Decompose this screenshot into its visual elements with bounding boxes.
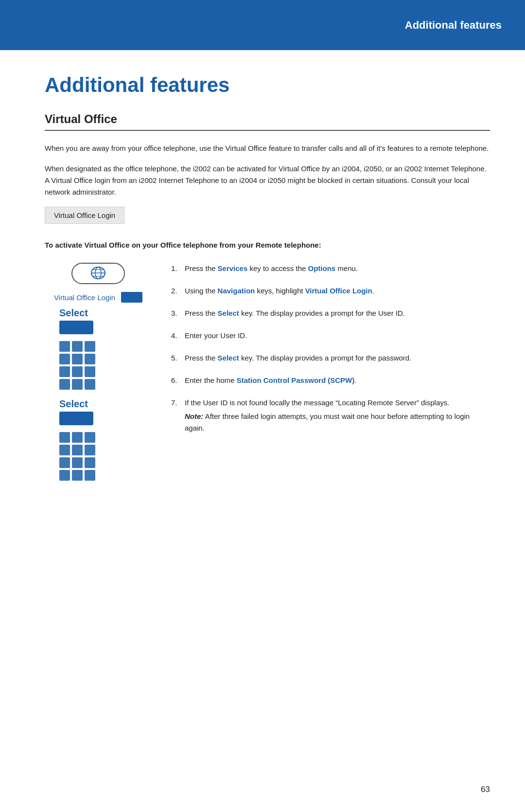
header-bar: Additional features — [0, 0, 525, 50]
header-title: Additional features — [405, 19, 502, 32]
globe-button — [71, 263, 125, 284]
step-text-2: Using the Navigation keys, highlight Vir… — [185, 285, 490, 297]
step-text-7: If the User ID is not found locally the … — [185, 397, 490, 434]
step-item-5: 5.Press the Select key. The display prov… — [171, 352, 490, 364]
instruction-heading: To activate Virtual Office on your Offic… — [45, 239, 490, 251]
phone-diagram: Virtual Office Login Select — [45, 263, 152, 489]
steps-layout: Virtual Office Login Select — [45, 263, 490, 489]
step-item-1: 1.Press the Services key to access the O… — [171, 263, 490, 274]
step-item-6: 6.Enter the home Station Control Passwor… — [171, 375, 490, 386]
step-item-7: 7.If the User ID is not found locally th… — [171, 397, 490, 434]
step-text-4: Enter your User ID. — [185, 330, 490, 342]
select-button-2 — [59, 412, 93, 425]
steps-list: 1.Press the Services key to access the O… — [171, 263, 490, 445]
vo-login-blue-rect — [121, 292, 142, 303]
keypad-1 — [59, 341, 95, 390]
step-number-5: 5. — [171, 352, 185, 364]
page-title: Additional features — [45, 73, 490, 97]
step-number-1: 1. — [171, 263, 185, 274]
globe-icon — [89, 266, 107, 281]
step-text-6: Enter the home Station Control Password … — [185, 375, 490, 386]
keypad-2 — [59, 432, 95, 481]
step-text-3: Press the Select key. The display provid… — [185, 307, 490, 319]
step-number-2: 2. — [171, 285, 185, 297]
select-label-1: Select — [59, 307, 88, 319]
step-item-2: 2.Using the Navigation keys, highlight V… — [171, 285, 490, 297]
select-button-1 — [59, 321, 93, 334]
step-item-3: 3.Press the Select key. The display prov… — [171, 307, 490, 319]
paragraph-1: When you are away from your office telep… — [45, 143, 490, 154]
step-number-4: 4. — [171, 330, 185, 342]
step-item-4: 4.Enter your User ID. — [171, 330, 490, 342]
step-number-6: 6. — [171, 375, 185, 386]
note-label: Note: — [185, 412, 203, 420]
main-content: Additional features Virtual Office When … — [0, 50, 525, 528]
page-number: 63 — [481, 785, 490, 794]
note-text: After three failed login attempts, you m… — [185, 412, 470, 432]
note-paragraph: Note: After three failed login attempts,… — [185, 411, 490, 434]
vo-login-label: Virtual Office Login — [54, 293, 115, 302]
step-text-1: Press the Services key to access the Opt… — [185, 263, 490, 274]
vo-login-box: Virtual Office Login — [45, 207, 124, 224]
section-heading: Virtual Office — [45, 112, 490, 131]
select-label-2: Select — [59, 398, 88, 410]
vo-login-row: Virtual Office Login — [54, 292, 142, 303]
step-number-7: 7. — [171, 397, 185, 434]
paragraph-2: When designated as the office telephone,… — [45, 163, 490, 198]
step-text-5: Press the Select key. The display provid… — [185, 352, 490, 364]
step-number-3: 3. — [171, 307, 185, 319]
